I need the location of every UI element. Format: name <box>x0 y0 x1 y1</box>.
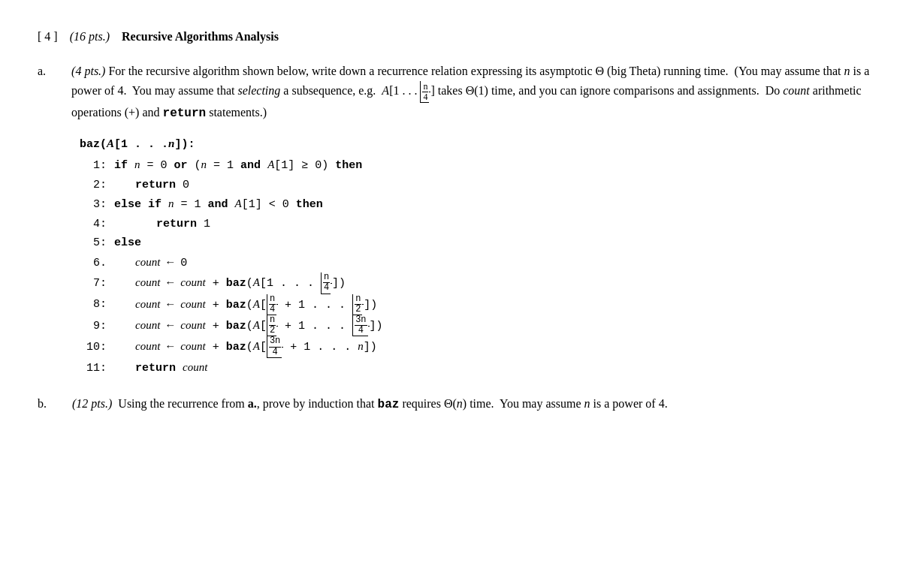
part-b-text: (12 pts.) Using the recurrence from a., … <box>72 394 668 414</box>
line-num-1: 1: <box>80 156 107 176</box>
line-num-8: 8: <box>80 295 107 315</box>
line-content-4: return 1 <box>156 215 210 234</box>
line-content-9: count ← count + baz(A[n2 + 1 . . . 3n4]) <box>135 315 383 336</box>
line-content-10: count ← count + baz(A[3n4 + 1 . . . n]) <box>135 336 377 357</box>
line-content-7: count ← count + baz(A[1 . . . n4]) <box>135 272 346 294</box>
line-content-11: return count <box>135 358 207 378</box>
line-content-3: else if n = 1 and A[1] < 0 then <box>114 194 323 215</box>
line-num-4: 4: <box>80 215 107 234</box>
algo-line-9: 9: count ← count + baz(A[n2 + 1 . . . 3n… <box>80 315 886 336</box>
algo-line-10: 10: count ← count + baz(A[3n4 + 1 . . . … <box>80 336 886 357</box>
part-a-label: a. <box>38 65 46 78</box>
part-b: b. (12 pts.) Using the recurrence from a… <box>38 394 886 414</box>
problem-title: Recursive Algorithms Analysis <box>122 30 279 44</box>
algo-line-1: 1: if n = 0 or (n = 1 and A[1] ≥ 0) then <box>80 155 886 176</box>
part-b-pts: (12 pts.) <box>72 397 112 410</box>
problem-header: [ 4 ] (16 pts.) Recursive Algorithms Ana… <box>38 30 886 44</box>
algo-line-4: 4: return 1 <box>80 215 886 234</box>
line-num-7: 7: <box>80 274 107 294</box>
algo-line-3: 3: else if n = 1 and A[1] < 0 then <box>80 194 886 215</box>
algo-line-5: 5: else <box>80 233 886 253</box>
algo-func-header: baz(A[1 . . .n]): <box>80 134 886 155</box>
line-content-2: return 0 <box>135 176 189 195</box>
line-num-11: 11: <box>80 359 107 378</box>
line-num-3: 3: <box>80 195 107 215</box>
part-a-text: (4 pts.) For the recursive algorithm sho… <box>71 62 886 124</box>
algo-line-8: 8: count ← count + baz(A[n4 + 1 . . . n2… <box>80 294 886 315</box>
line-content-1: if n = 0 or (n = 1 and A[1] ≥ 0) then <box>114 155 362 176</box>
line-content-8: count ← count + baz(A[n4 + 1 . . . n2]) <box>135 294 377 315</box>
part-b-label: b. <box>38 397 47 411</box>
part-a: a. (4 pts.) For the recursive algorithm … <box>38 62 886 378</box>
algorithm-block: baz(A[1 . . .n]): 1: if n = 0 or (n = 1 … <box>80 134 886 378</box>
line-content-6: count ← 0 <box>135 253 187 273</box>
line-num-2: 2: <box>80 176 107 195</box>
line-num-5: 5: <box>80 233 107 253</box>
line-num-10: 10: <box>80 338 107 357</box>
problem-container: [ 4 ] (16 pts.) Recursive Algorithms Ana… <box>38 30 886 415</box>
algo-line-2: 2: return 0 <box>80 176 886 195</box>
line-content-5: else <box>114 233 141 253</box>
problem-total-points: (16 pts.) <box>70 30 110 44</box>
line-num-9: 9: <box>80 317 107 336</box>
algo-line-11: 11: return count <box>80 358 886 378</box>
line-num-6: 6. <box>80 254 107 273</box>
problem-number: [ 4 ] <box>38 30 58 44</box>
part-a-pts: (4 pts.) <box>71 65 105 77</box>
algo-line-6: 6. count ← 0 <box>80 253 886 273</box>
algo-line-7: 7: count ← count + baz(A[1 . . . n4]) <box>80 272 886 294</box>
